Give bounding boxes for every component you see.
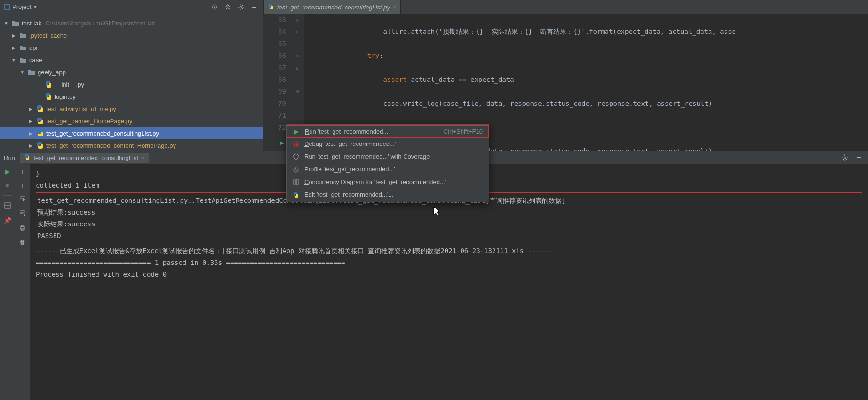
- code-line-63: allure.attach('预期结果：{} 实际结果：{} 断言结果：{}'.…: [304, 28, 736, 35]
- locate-icon[interactable]: [209, 2, 220, 12]
- svg-rect-11: [21, 225, 24, 227]
- soft-wrap-icon[interactable]: [19, 195, 26, 203]
- python-file-icon: [268, 3, 274, 11]
- settings-icon[interactable]: [236, 2, 246, 12]
- project-tree: ▼ test-lab C:\Users\liangshu.hu\GitProje…: [0, 14, 263, 151]
- tree-node-geely-app[interactable]: ▼ geely_app: [0, 66, 263, 78]
- expand-arrow-icon[interactable]: ▶: [10, 33, 17, 38]
- run-gutter-icon[interactable]: ▶: [280, 137, 284, 149]
- console-line: ------已生成Excel测试报告&存放Excel测试报告的文件名：[接口测试…: [36, 245, 862, 257]
- menu-label: Debug 'test_get_recommended...': [304, 140, 483, 147]
- svg-rect-15: [296, 180, 298, 184]
- console-line: 预期结果:success: [37, 207, 861, 218]
- expand-arrow-icon[interactable]: ▶: [27, 143, 34, 148]
- node-label: test_get_banner_HomePage.py: [46, 118, 133, 125]
- code-kw: assert: [304, 76, 407, 83]
- scroll-to-end-icon[interactable]: [19, 210, 26, 218]
- python-file-icon: [292, 191, 300, 199]
- menu-label: Concurrency Diagram for 'test_get_recomm…: [304, 178, 483, 185]
- layout-icon[interactable]: [4, 202, 11, 210]
- project-sidebar-header: Project ▼: [0, 0, 263, 14]
- python-file-icon: [36, 104, 44, 113]
- svg-rect-4: [252, 7, 256, 8]
- node-label: api: [29, 44, 37, 51]
- console-line: ============================= 1 passed i…: [36, 257, 862, 269]
- expand-arrow-icon[interactable]: ▶: [10, 45, 17, 50]
- console-line: Process finished with exit code 0: [36, 269, 862, 280]
- menu-debug[interactable]: 🐞 Debug 'test_get_recommended...': [287, 137, 489, 150]
- svg-point-2: [214, 6, 215, 8]
- run-tab-label: test_get_recommended_consultingList: [33, 154, 138, 161]
- tree-node-activitylist[interactable]: ▶ test_activityList_of_me.py: [0, 103, 263, 115]
- svg-rect-7: [857, 157, 861, 158]
- node-label: __init__.py: [55, 81, 84, 88]
- code-line-66: case.write_log(case_file, data, response…: [304, 100, 712, 107]
- folder-icon: [19, 43, 27, 52]
- package-icon: [27, 68, 36, 76]
- up-icon[interactable]: ↑: [21, 168, 24, 175]
- svg-point-6: [844, 157, 846, 159]
- project-sidebar: Project ▼ ▼ test-lab C:\Users\liangshu.h…: [0, 0, 263, 151]
- project-icon: [4, 4, 10, 10]
- menu-label: Run 'test_get_recommended...' with Cover…: [304, 153, 483, 160]
- svg-point-3: [240, 6, 242, 8]
- down-icon[interactable]: ↓: [21, 182, 24, 189]
- expand-arrow-icon[interactable]: ▼: [3, 21, 9, 26]
- folder-icon: [11, 19, 20, 27]
- dropdown-arrow-icon: ▼: [33, 5, 37, 9]
- menu-edit[interactable]: Edit 'test_get_recommended...'...: [287, 188, 489, 201]
- project-title-label: Project: [12, 3, 31, 10]
- tree-node-login[interactable]: login.py: [0, 90, 263, 103]
- rerun-icon[interactable]: ▶: [5, 168, 10, 175]
- run-label: Run:: [4, 154, 16, 161]
- console-line: 实际结果:success: [37, 218, 861, 230]
- run-settings-icon[interactable]: [840, 152, 850, 163]
- menu-profile[interactable]: Profile 'test_get_recommended...': [287, 163, 489, 176]
- run-toolbar-right: ↑ ↓ 🗑: [15, 164, 30, 400]
- stop-icon[interactable]: ■: [6, 182, 9, 189]
- tree-node-init[interactable]: __init__.py: [0, 78, 263, 90]
- tree-node-api[interactable]: ▶ api: [0, 41, 263, 54]
- python-file-icon: [44, 80, 53, 88]
- editor-tab-bar: test_get_recommended_consultingList.py ×: [263, 0, 868, 14]
- console-line: PASSED: [37, 230, 861, 242]
- print-icon[interactable]: [19, 224, 26, 232]
- run-tab[interactable]: test_get_recommended_consultingList ×: [20, 153, 148, 163]
- menu-run[interactable]: ▶ Run 'test_get_recommended...' Ctrl+Shi…: [287, 125, 489, 138]
- close-run-tab-icon[interactable]: ×: [141, 154, 145, 161]
- expand-arrow-icon[interactable]: ▼: [19, 70, 25, 75]
- menu-coverage[interactable]: Run 'test_get_recommended...' with Cover…: [287, 150, 489, 163]
- root-path: C:\Users\liangshu.hu\GitProjects\test-la…: [46, 20, 156, 27]
- coverage-icon: [292, 153, 300, 160]
- delete-icon[interactable]: 🗑: [19, 239, 25, 246]
- expand-arrow-icon[interactable]: ▶: [27, 106, 34, 112]
- python-file-icon: [24, 154, 31, 162]
- hide-run-icon[interactable]: [854, 152, 864, 163]
- tree-root[interactable]: ▼ test-lab C:\Users\liangshu.hu\GitProje…: [0, 17, 263, 29]
- editor-tab[interactable]: test_get_recommended_consultingList.py ×: [263, 0, 401, 14]
- folder-icon: [19, 31, 27, 40]
- hide-icon[interactable]: [249, 2, 259, 12]
- expand-all-icon[interactable]: [223, 2, 233, 12]
- expand-arrow-icon[interactable]: ▶: [27, 131, 34, 136]
- tree-node-banner[interactable]: ▶ test_get_banner_HomePage.py: [0, 115, 263, 127]
- node-label: geely_app: [38, 69, 66, 76]
- menu-concurrency[interactable]: Concurrency Diagram for 'test_get_recomm…: [287, 176, 489, 188]
- code-kw: try: [304, 52, 379, 59]
- expand-arrow-icon[interactable]: ▶: [27, 119, 34, 124]
- tree-node-recommended-list[interactable]: ▶ test_get_recommended_consultingList.py: [0, 127, 263, 139]
- tree-node-pytest-cache[interactable]: ▶ .pytest_cache: [0, 29, 263, 41]
- tree-node-case[interactable]: ▼ case: [0, 54, 263, 66]
- node-label: test_get_recommended_content_HomePage.py: [46, 142, 176, 149]
- close-tab-icon[interactable]: ×: [393, 4, 397, 11]
- node-label: case: [29, 56, 42, 64]
- menu-label: Profile 'test_get_recommended...': [304, 166, 483, 173]
- concurrency-icon: [292, 178, 300, 186]
- expand-arrow-icon[interactable]: ▼: [10, 57, 17, 63]
- project-tool-title[interactable]: Project ▼: [4, 3, 37, 10]
- context-menu: ▶ Run 'test_get_recommended...' Ctrl+Shi…: [286, 124, 489, 202]
- svg-point-5: [31, 72, 32, 74]
- menu-label: Edit 'test_get_recommended...'...: [304, 191, 483, 198]
- pin-icon[interactable]: 📌: [4, 217, 11, 224]
- tree-node-recommended-content[interactable]: ▶ test_get_recommended_content_HomePage.…: [0, 139, 263, 151]
